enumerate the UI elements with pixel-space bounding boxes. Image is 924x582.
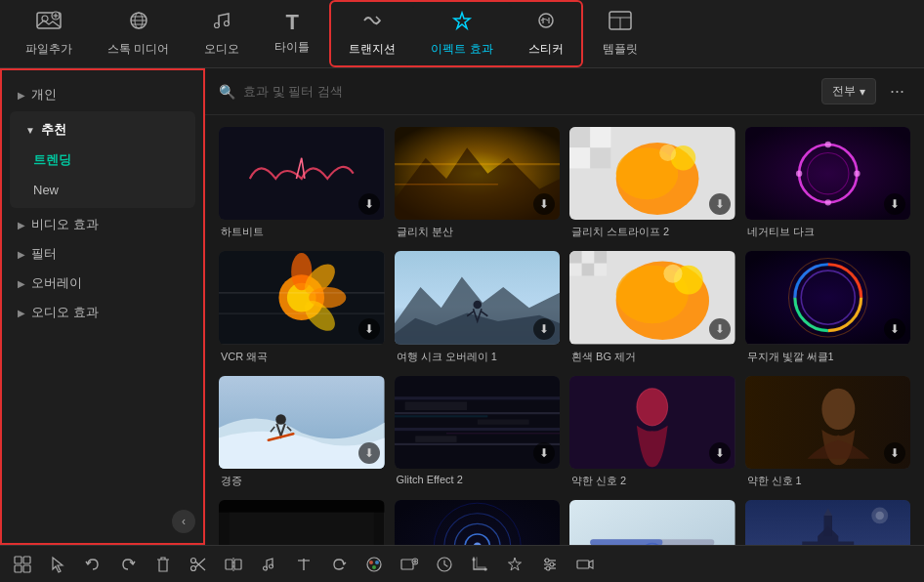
sidebar-collapse-button[interactable]: ‹ [172,510,195,533]
bottom-trash-icon[interactable] [152,554,174,575]
effect-vcr[interactable]: ⬇ VCR 왜곡 [219,251,385,363]
effect-movie5[interactable]: ⬇ 영화 5 [219,500,385,545]
toolbar-file-add-label: 파일추가 [25,41,72,58]
bottom-cursor-icon[interactable] [47,554,68,575]
bottom-adjust-icon[interactable] [539,554,561,575]
file-add-icon [36,10,62,35]
toolbar-sticker[interactable]: 스티커 [511,2,581,65]
download-rainbow-circle-button[interactable]: ⬇ [884,318,905,340]
download-travel-chic-button[interactable]: ⬇ [533,318,555,340]
sidebar-filter-label: 필터 [31,245,57,263]
sidebar-overlay-label: 오버레이 [31,274,82,292]
effect-light[interactable]: ⬇ 경증 [219,376,385,488]
svg-rect-50 [582,251,595,264]
bottom-color-icon[interactable] [363,554,385,575]
effect-glitch-stripe2-label: 글리치 스트라이프 2 [569,225,735,239]
sidebar-item-trending[interactable]: 트렌딩 [10,145,195,176]
svg-point-81 [821,388,855,429]
svg-rect-44 [219,293,385,294]
svg-rect-27 [590,127,610,147]
effect-echo[interactable]: ⬇ 에코 [395,500,561,545]
svg-rect-72 [404,401,467,409]
bottom-scissors-icon[interactable] [188,554,209,575]
bottom-add-media-icon[interactable] [399,554,420,575]
effect-rectangle-countdown[interactable]: ⬇ 직사각형 카우트다운 ... [569,500,735,545]
effect-glitch-stripe2[interactable]: ⬇ 글리치 스트라이프 2 [569,127,735,239]
toolbar-transition[interactable]: 트랜지션 [331,2,413,65]
bottom-audio-icon[interactable] [258,554,279,575]
effect-weak-signal1-label: 약한 신호 1 [745,474,911,488]
bottom-record-icon[interactable] [574,554,596,575]
svg-point-119 [375,561,379,564]
sidebar-new-label: New [33,183,59,197]
toolbar-effect[interactable]: 이펙트 효과 [413,2,510,65]
effect-rainbow-circle-label: 무지개 빛깔 써클1 [745,350,911,364]
sidebar-item-personal[interactable]: ▶ 개인 [2,80,203,109]
bottom-rotate-icon[interactable] [328,554,350,575]
more-button[interactable]: ··· [884,79,910,104]
effect-heartbeat[interactable]: ⬇ 하트비트 [219,127,385,239]
sidebar-item-overlay[interactable]: ▶ 오버레이 [2,269,203,298]
title-icon: T [286,12,299,33]
bottom-text-icon[interactable] [293,554,315,575]
search-input[interactable] [243,84,814,99]
download-heartbeat-button[interactable]: ⬇ [358,193,380,215]
effect-negative-dark-label: 네거티브 다크 [745,225,911,239]
download-light-button[interactable]: ⬇ [358,442,380,464]
toolbar-template[interactable]: 템플릿 [585,2,655,65]
effect-echo-thumb: ⬇ [395,500,561,545]
svg-point-34 [854,170,860,176]
toolbar-stock-media[interactable]: 스톡 미디어 [90,2,187,65]
svg-point-35 [824,199,830,205]
toolbar-stock-media-label: 스톡 미디어 [107,41,169,58]
bottom-magic-icon[interactable] [504,554,525,575]
effect-glitch-scatter-label: 글리치 분산 [395,225,561,239]
filter-dropdown[interactable]: 전부 ▾ [821,78,876,104]
effect-glitch2[interactable]: ⬇ Glitch Effect 2 [395,376,561,488]
effect-heartbeat-label: 하트비트 [219,225,385,239]
toolbar-file-add[interactable]: 파일추가 [8,2,90,65]
toolbar-sticker-label: 스티커 [528,41,564,58]
effect-weak-signal1-thumb: ⬇ [745,376,911,469]
chevron-recommended-icon: ▼ [25,125,35,136]
effect-white-bg[interactable]: ⬇ 흰색 BG 제거 [569,251,735,363]
bottom-split-icon[interactable] [223,554,244,575]
svg-rect-52 [582,264,595,276]
effect-heartbeat-thumb: ⬇ [219,127,385,220]
svg-rect-135 [577,561,589,568]
sidebar-video-effects-label: 비디오 효과 [31,216,99,233]
filter-chevron-icon: ▾ [860,85,865,99]
sidebar-item-video-effects[interactable]: ▶ 비디오 효과 [2,210,203,239]
download-vcr-button[interactable]: ⬇ [358,318,380,340]
chevron-overlay-icon: ▶ [18,278,25,289]
svg-rect-69 [395,412,561,414]
effect-weak-signal2-thumb: ⬇ [569,376,735,469]
toolbar-audio[interactable]: 오디오 [187,2,257,65]
download-glitch-stripe2-button[interactable]: ⬇ [709,193,731,215]
effect-negative-dark[interactable]: ⬇ 네거티브 다크 [745,127,911,239]
bottom-crop-icon[interactable] [469,554,490,575]
effect-travel-chic[interactable]: ⬇ 여행 시크 오버레이 1 [395,251,561,363]
effect-weak-signal1[interactable]: ⬇ 약한 신호 1 [745,376,911,488]
download-weak-signal1-button[interactable]: ⬇ [884,442,905,464]
download-glitch2-button[interactable]: ⬇ [533,442,555,464]
svg-rect-26 [569,127,590,147]
svg-rect-28 [569,147,590,168]
effect-rainbow-circle[interactable]: ⬇ 무지개 빛깔 써클1 [745,251,911,363]
bottom-time-icon[interactable] [434,554,455,575]
toolbar-title[interactable]: T 타이틀 [257,4,327,63]
sidebar-item-recommended[interactable]: ▼ 추천 [10,115,195,145]
toolbar-audio-label: 오디오 [204,41,239,58]
sidebar-item-new[interactable]: New [10,176,195,204]
effect-weak-signal2[interactable]: ⬇ 약한 신호 2 [569,376,735,488]
effect-glitch-scatter[interactable]: ⬇ 글리치 분산 [395,127,561,239]
download-weak-signal2-button[interactable]: ⬇ [709,442,731,464]
download-white-bg-button[interactable]: ⬇ [709,318,731,340]
sidebar-item-audio-effect[interactable]: ▶ 오디오 효과 [2,298,203,327]
sidebar-item-filter[interactable]: ▶ 필터 [2,239,203,269]
bottom-grid-icon[interactable] [12,554,33,575]
bottom-undo-icon[interactable] [82,554,104,575]
toolbar-effect-label: 이펙트 효과 [431,41,492,58]
bottom-redo-icon[interactable] [117,554,139,575]
effect-cinema-wedding[interactable]: ⬇ Cinema Wedding Filt... [745,500,911,545]
